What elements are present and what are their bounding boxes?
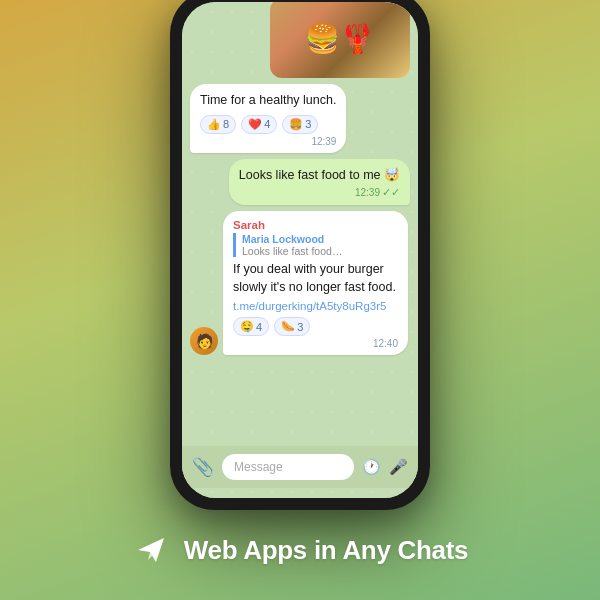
reaction-thumbs[interactable]: 👍 8 <box>200 115 236 134</box>
sarah-avatar: 🧑 <box>190 327 218 355</box>
sarah-message-link[interactable]: t.me/durgerking/tA5ty8uRg3r5 <box>233 300 398 312</box>
message-sarah-wrapper: 🧑 Sarah Maria Lockwood Looks like fast f… <box>190 211 410 355</box>
input-right-icons: 🕐 🎤 <box>362 458 408 476</box>
phone-screen: 🍔🦞 Time for a healthy lunch. 👍 8 ❤️ 4 <box>182 2 418 498</box>
avatar-emoji: 🧑 <box>196 333 213 349</box>
telegram-icon <box>132 530 172 570</box>
phone-wrapper: 🍔🦞 Time for a healthy lunch. 👍 8 ❤️ 4 <box>170 0 430 510</box>
message-1-time-row: 12:39 <box>200 136 336 147</box>
reaction-burger-emoji: 🍔 <box>289 118 303 131</box>
phone-frame: 🍔🦞 Time for a healthy lunch. 👍 8 ❤️ 4 <box>170 0 430 510</box>
message-incoming-1: Time for a healthy lunch. 👍 8 ❤️ 4 🍔 3 <box>190 84 346 153</box>
reaction-thumbs-emoji: 👍 <box>207 118 221 131</box>
input-bar: 📎 Message 🕐 🎤 <box>182 446 418 488</box>
reaction-drool-count: 4 <box>256 321 262 333</box>
message-input[interactable]: Message <box>222 454 354 480</box>
bottom-tagline-area: Web Apps in Any Chats <box>0 530 600 570</box>
reaction-heart-count: 4 <box>264 118 270 130</box>
message-2-row: Looks like fast food to me 🤯 <box>239 167 400 185</box>
reaction-hotdog-emoji: 🌭 <box>281 320 295 333</box>
reaction-thumbs-count: 8 <box>223 118 229 130</box>
message-2-time-row: 12:39 ✓✓ <box>239 186 400 199</box>
sarah-reactions: 🤤 4 🌭 3 <box>233 317 398 336</box>
message-1-time: 12:39 <box>311 136 336 147</box>
sarah-quote-block: Maria Lockwood Looks like fast food… <box>233 233 398 257</box>
reaction-burger-count: 3 <box>305 118 311 130</box>
reaction-burger[interactable]: 🍔 3 <box>282 115 318 134</box>
message-1-reactions: 👍 8 ❤️ 4 🍔 3 <box>200 115 336 134</box>
reaction-hotdog[interactable]: 🌭 3 <box>274 317 310 336</box>
sarah-quote-text: Looks like fast food… <box>242 245 398 257</box>
sarah-time-row: 12:40 <box>233 338 398 349</box>
sarah-quote-author: Maria Lockwood <box>242 233 398 245</box>
clock-icon[interactable]: 🕐 <box>362 458 381 476</box>
tagline-text: Web Apps in Any Chats <box>184 535 469 566</box>
message-2-time: 12:39 <box>355 187 380 198</box>
sarah-message-body: If you deal with your burger slowly it's… <box>233 261 398 296</box>
reaction-heart[interactable]: ❤️ 4 <box>241 115 277 134</box>
message-1-text: Time for a healthy lunch. <box>200 92 336 110</box>
message-2-text: Looks like fast food to me 🤯 <box>239 167 400 185</box>
attach-icon[interactable]: 📎 <box>192 456 214 478</box>
home-indicator <box>260 492 340 496</box>
message-outgoing-2: Looks like fast food to me 🤯 12:39 ✓✓ <box>229 159 410 206</box>
reaction-drool[interactable]: 🤤 4 <box>233 317 269 336</box>
mic-icon[interactable]: 🎤 <box>389 458 408 476</box>
reaction-heart-emoji: ❤️ <box>248 118 262 131</box>
sarah-sender-name: Sarah <box>233 219 398 231</box>
reaction-hotdog-count: 3 <box>297 321 303 333</box>
chat-area: 🍔🦞 Time for a healthy lunch. 👍 8 ❤️ 4 <box>182 2 418 446</box>
read-check-icon: ✓✓ <box>382 186 400 199</box>
sarah-message-time: 12:40 <box>373 338 398 349</box>
reaction-drool-emoji: 🤤 <box>240 320 254 333</box>
food-image-bubble: 🍔🦞 <box>270 2 410 78</box>
sarah-bubble: Sarah Maria Lockwood Looks like fast foo… <box>223 211 408 355</box>
food-image-content: 🍔🦞 <box>270 2 410 78</box>
message-placeholder: Message <box>234 460 283 474</box>
message-2-time-check: 12:39 ✓✓ <box>355 186 400 199</box>
